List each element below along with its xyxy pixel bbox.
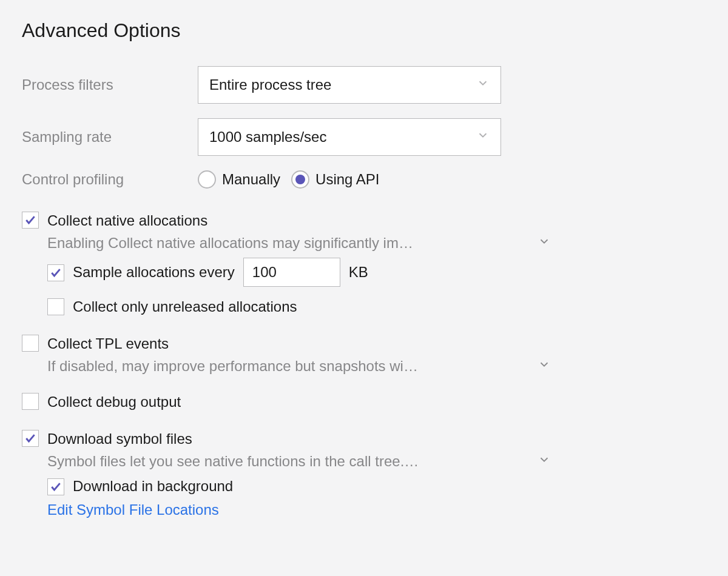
sample-allocations-input[interactable] <box>243 258 340 287</box>
collect-native-item: Collect native allocations <box>22 210 706 231</box>
download-symbols-item: Download symbol files <box>22 429 706 449</box>
only-unreleased-label: Collect only unreleased allocations <box>73 296 297 317</box>
sample-allocations-checkbox[interactable] <box>47 264 64 281</box>
radio-using-api[interactable]: Using API <box>291 170 379 189</box>
download-symbols-description: Symbol files let you see native function… <box>47 453 530 470</box>
collect-native-suboptions: Sample allocations every KB Collect only… <box>47 258 706 317</box>
control-profiling-radio-group: Manually Using API <box>198 170 379 189</box>
edit-symbol-row: Edit Symbol File Locations <box>47 501 706 518</box>
edit-symbol-locations-link[interactable]: Edit Symbol File Locations <box>47 501 219 518</box>
sample-allocations-label: Sample allocations every <box>73 262 235 283</box>
chevron-down-icon <box>476 129 490 146</box>
only-unreleased-row: Collect only unreleased allocations <box>47 296 706 317</box>
sampling-rate-value: 1000 samples/sec <box>209 129 476 146</box>
download-background-label: Download in background <box>73 476 233 497</box>
expand-collect-tpl-icon[interactable] <box>538 358 551 375</box>
collect-native-section: Collect native allocations Enabling Coll… <box>22 210 706 316</box>
collect-native-description-row: Enabling Collect native allocations may … <box>47 235 551 252</box>
radio-manually-label: Manually <box>222 171 280 188</box>
sampling-rate-row: Sampling rate 1000 samples/sec <box>22 118 706 156</box>
download-symbols-suboptions: Download in background <box>47 476 706 497</box>
process-filters-select[interactable]: Entire process tree <box>198 66 501 104</box>
download-background-row: Download in background <box>47 476 706 497</box>
section-title: Advanced Options <box>22 19 706 42</box>
collect-tpl-item: Collect TPL events <box>22 333 706 354</box>
sample-allocations-unit: KB <box>349 264 368 281</box>
radio-circle-icon <box>198 170 216 189</box>
download-symbols-description-row: Symbol files let you see native function… <box>47 453 551 470</box>
collect-debug-checkbox[interactable] <box>22 393 39 410</box>
process-filters-value: Entire process tree <box>209 76 476 93</box>
sampling-rate-select[interactable]: 1000 samples/sec <box>198 118 501 156</box>
radio-manually[interactable]: Manually <box>198 170 280 189</box>
collect-debug-section: Collect debug output <box>22 392 706 412</box>
control-profiling-row: Control profiling Manually Using API <box>22 170 706 189</box>
radio-circle-icon <box>291 170 309 189</box>
collect-debug-label: Collect debug output <box>47 392 181 412</box>
sampling-rate-label: Sampling rate <box>22 129 198 146</box>
sample-allocations-row: Sample allocations every KB <box>47 258 706 287</box>
collect-tpl-description-row: If disabled, may improve performance but… <box>47 358 551 375</box>
only-unreleased-checkbox[interactable] <box>47 298 64 315</box>
collect-tpl-section: Collect TPL events If disabled, may impr… <box>22 333 706 375</box>
download-symbols-section: Download symbol files Symbol files let y… <box>22 429 706 518</box>
expand-download-symbols-icon[interactable] <box>538 453 551 470</box>
chevron-down-icon <box>476 76 490 93</box>
download-background-checkbox[interactable] <box>47 478 64 495</box>
download-symbols-checkbox[interactable] <box>22 430 39 447</box>
collect-tpl-description: If disabled, may improve performance but… <box>47 358 530 375</box>
collect-native-description: Enabling Collect native allocations may … <box>47 235 530 252</box>
collect-debug-item: Collect debug output <box>22 392 706 412</box>
expand-collect-native-icon[interactable] <box>538 235 551 252</box>
options-block: Collect native allocations Enabling Coll… <box>22 210 706 518</box>
collect-native-checkbox[interactable] <box>22 212 39 229</box>
process-filters-row: Process filters Entire process tree <box>22 66 706 104</box>
download-symbols-label: Download symbol files <box>47 429 192 449</box>
collect-tpl-checkbox[interactable] <box>22 335 39 352</box>
collect-tpl-label: Collect TPL events <box>47 333 169 354</box>
radio-api-label: Using API <box>315 171 379 188</box>
advanced-options-panel: Advanced Options Process filters Entire … <box>0 0 728 540</box>
collect-native-label: Collect native allocations <box>47 210 207 231</box>
process-filters-label: Process filters <box>22 76 198 93</box>
control-profiling-label: Control profiling <box>22 171 198 188</box>
